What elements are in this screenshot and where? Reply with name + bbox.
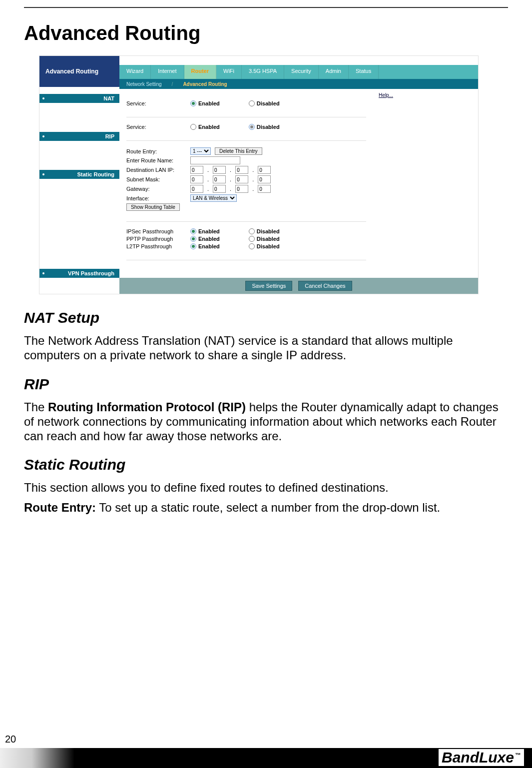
radio-selected-icon [190, 243, 196, 249]
dest-ip-oct3[interactable] [235, 166, 248, 174]
ipsec-disabled-option[interactable]: Disabled [249, 228, 280, 234]
sidebar-item-nat[interactable]: NAT [39, 94, 119, 103]
ipsec-enabled-option[interactable]: Enabled [190, 228, 220, 234]
tab-internet[interactable]: Internet [151, 65, 184, 79]
gateway-oct2[interactable] [213, 185, 226, 193]
side-nav: NAT RIP Static Routing VPN Passthrough [39, 89, 119, 278]
sidebar-item-rip[interactable]: RIP [39, 132, 119, 141]
disabled-label: Disabled [257, 124, 280, 130]
pptp-label: PPTP Passthrough [126, 236, 186, 242]
tab-security[interactable]: Security [284, 65, 319, 79]
dest-ip-oct1[interactable] [190, 166, 203, 174]
tab-router[interactable]: Router [184, 65, 216, 79]
radio-icon [249, 236, 255, 242]
route-entry-select[interactable]: 1 --- [190, 147, 211, 155]
pptp-disabled-option[interactable]: Disabled [249, 236, 280, 242]
rip-heading: RIP [24, 376, 508, 393]
save-settings-button[interactable]: Save Settings [245, 281, 292, 291]
save-bar: Save Settings Cancel Changes [119, 278, 478, 294]
pptp-enabled-option[interactable]: Enabled [190, 236, 220, 242]
enabled-label: Enabled [198, 243, 220, 249]
subnet-oct3[interactable] [235, 175, 248, 183]
router-ui: Advanced Routing Wizard Internet Router … [39, 55, 479, 294]
gateway-oct4[interactable] [258, 185, 271, 193]
dest-ip-oct4[interactable] [258, 166, 271, 174]
panel-title: Advanced Routing [39, 56, 119, 87]
subnet-oct2[interactable] [213, 175, 226, 183]
radio-icon [249, 100, 255, 106]
nat-disabled-option[interactable]: Disabled [249, 100, 280, 106]
subnet-oct1[interactable] [190, 175, 203, 183]
route-entry-text: To set up a static route, select a numbe… [96, 501, 440, 514]
tab-status[interactable]: Status [349, 65, 379, 79]
radio-icon [249, 228, 255, 234]
nat-service-label: Service: [126, 100, 186, 106]
rip-paragraph: The Routing Information Protocol (RIP) h… [24, 400, 508, 444]
subtab-advanced-routing[interactable]: Advanced Routing [178, 81, 232, 87]
nat-setup-heading: NAT Setup [24, 309, 508, 326]
radio-selected-icon [190, 228, 196, 234]
static-routing-p2: Route Entry: To set up a static route, s… [24, 500, 508, 515]
enabled-label: Enabled [198, 100, 220, 106]
radio-icon [190, 124, 196, 130]
brand-logo: BandLuxe™ [439, 749, 524, 766]
nat-enabled-option[interactable]: Enabled [190, 100, 220, 106]
radio-selected-icon [190, 236, 196, 242]
subtab-network-setting[interactable]: Network Setting [121, 81, 167, 87]
route-name-label: Enter Route Name: [126, 157, 186, 163]
nat-setup-paragraph: The Network Address Translation (NAT) se… [24, 333, 508, 363]
sidebar-item-static[interactable]: Static Routing [39, 170, 119, 179]
tab-wizard[interactable]: Wizard [119, 65, 151, 79]
vpn-section: IPSec Passthrough Enabled Disabled PPTP … [126, 221, 366, 260]
route-entry-label: Route Entry: [126, 148, 186, 154]
page-number: 20 [5, 734, 532, 745]
radio-icon [249, 243, 255, 249]
enabled-label: Enabled [198, 236, 220, 242]
rip-disabled-option[interactable]: Disabled [249, 124, 280, 130]
static-routing-heading: Static Routing [24, 456, 508, 473]
show-routing-table-button[interactable]: Show Routing Table [126, 203, 180, 211]
tab-admin[interactable]: Admin [319, 65, 349, 79]
rip-enabled-option[interactable]: Enabled [190, 124, 220, 130]
route-name-input[interactable] [190, 156, 240, 164]
main-tabs: Wizard Internet Router WiFi 3.5G HSPA Se… [119, 65, 478, 79]
gateway-oct3[interactable] [235, 185, 248, 193]
brand-tm: ™ [515, 752, 521, 759]
rip-p-pre: The [24, 400, 48, 414]
disabled-label: Disabled [257, 236, 280, 242]
interface-label: Interface: [126, 195, 186, 201]
nat-section: Service: Enabled Disabled [126, 94, 366, 117]
cancel-changes-button[interactable]: Cancel Changes [298, 281, 352, 291]
l2tp-label: L2TP Passthrough [126, 243, 186, 249]
subnet-label: Subnet Mask: [126, 176, 186, 182]
delete-entry-button[interactable]: Delete This Entry [215, 147, 262, 155]
rip-service-label: Service: [126, 124, 186, 130]
gateway-label: Gateway: [126, 186, 186, 192]
interface-select[interactable]: LAN & Wireless [190, 194, 237, 202]
disabled-label: Disabled [257, 228, 280, 234]
rip-p-bold: Routing Information Protocol (RIP) [48, 400, 246, 414]
dest-ip-label: Destination LAN IP: [126, 167, 186, 173]
enabled-label: Enabled [198, 228, 220, 234]
disabled-label: Disabled [257, 100, 280, 106]
gateway-oct1[interactable] [190, 185, 203, 193]
brand-text: BandLuxe [442, 749, 514, 766]
tab-wifi[interactable]: WiFi [216, 65, 242, 79]
route-entry-bold: Route Entry: [24, 501, 96, 514]
sidebar-item-vpn[interactable]: VPN Passthrough [39, 269, 119, 278]
subnet-oct4[interactable] [258, 175, 271, 183]
static-routing-section: Route Entry: 1 --- Delete This Entry Ent… [126, 141, 366, 221]
tab-hspa[interactable]: 3.5G HSPA [242, 65, 284, 79]
disabled-label: Disabled [257, 243, 280, 249]
page-rule [24, 7, 508, 8]
rip-section: Service: Enabled Disabled [126, 117, 366, 141]
radio-selected-icon [190, 100, 196, 106]
l2tp-disabled-option[interactable]: Disabled [249, 243, 280, 249]
radio-selected-icon [249, 124, 255, 130]
ipsec-label: IPSec Passthrough [126, 228, 186, 234]
dest-ip-oct2[interactable] [213, 166, 226, 174]
static-routing-p1: This section allows you to define fixed … [24, 480, 508, 495]
l2tp-enabled-option[interactable]: Enabled [190, 243, 220, 249]
enabled-label: Enabled [198, 124, 220, 130]
help-link[interactable]: Help... [379, 92, 393, 98]
